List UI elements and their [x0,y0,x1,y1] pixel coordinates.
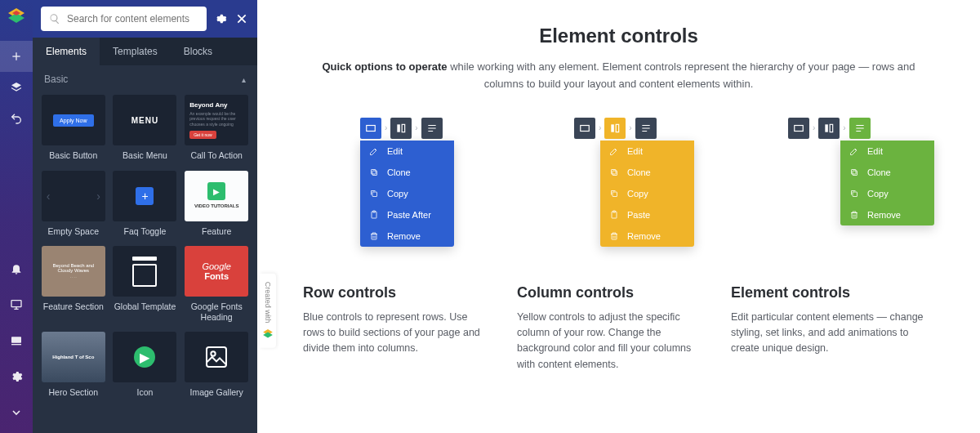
menu-item-edit[interactable]: Edit [840,141,934,162]
menu-item-remove[interactable]: Remove [360,225,454,247]
search-input-wrap[interactable] [41,7,207,31]
element-card[interactable]: +Faq Toggle [113,171,178,237]
search-input[interactable] [60,13,198,25]
element-card[interactable]: GoogleFontsGoogle Fonts Heading [184,246,249,322]
crumb-col[interactable] [390,118,412,139]
card-thumb: ‹› [42,171,105,221]
svg-rect-3 [11,301,21,307]
rail-add[interactable] [0,41,33,72]
rail-chevron-down[interactable] [0,397,33,428]
panel-topbar [33,0,257,38]
context-menu: EditCloneCopyPaste AfterRemove [360,141,454,247]
tab-templates[interactable]: Templates [100,38,171,65]
card-label: Icon [137,387,154,398]
card-thumb [113,246,176,297]
columns: ››EditCloneCopyPaste AfterRemoveRow cont… [303,118,934,373]
category-basic[interactable]: Basic ▴ [33,65,257,90]
element-card[interactable]: MENUBasic Menu [113,95,178,161]
elements-grid: Apply NowBasic ButtonMENUBasic MenuBeyon… [33,90,257,406]
menu-item-clone[interactable]: Clone [840,162,934,183]
rail-undo[interactable] [0,103,33,134]
crumb-row[interactable] [788,118,809,139]
created-with-tab[interactable]: Created with [260,274,276,348]
svg-rect-30 [853,192,858,197]
card-label: Feature [202,226,231,237]
rail-bell[interactable] [0,253,33,284]
svg-rect-28 [853,171,858,176]
control-demo: ››EditCloneCopyPaste AfterRemove [360,118,484,257]
card-label: Empty Space [48,226,99,237]
element-card[interactable]: ‹›Empty Space [41,171,106,237]
menu-item-remove[interactable]: Remove [600,225,694,247]
svg-rect-25 [795,125,804,131]
crumb-col[interactable] [604,118,626,139]
svg-rect-26 [826,124,829,132]
element-card[interactable]: ▶Icon [113,332,178,398]
element-card[interactable]: Beyond AnyAn example would be the previo… [184,95,249,161]
elements-panel: Elements Templates Blocks Basic ▴ Apply … [33,0,257,433]
rail-desktop[interactable] [0,289,33,320]
chevron-right-icon: › [813,123,815,132]
rail-gear[interactable] [0,361,33,392]
element-card[interactable]: Apply NowBasic Button [41,95,106,161]
app-logo-mini [262,328,274,339]
card-label: Hero Section [48,387,98,398]
card-thumb [185,332,248,382]
category-label: Basic [44,74,68,85]
menu-item-clone[interactable]: Clone [360,162,454,183]
card-label: Image Gallery [189,387,243,398]
app-logo [7,7,26,26]
crumb-el[interactable] [849,118,871,139]
menu-item-copy[interactable]: Copy [360,183,454,204]
svg-point-6 [211,352,215,356]
control-demo: ››EditCloneCopyRemove [788,118,934,257]
rail-present[interactable] [0,325,33,356]
crumb-row[interactable] [574,118,595,139]
chevron-right-icon: › [599,123,601,132]
control-column: ››EditCloneCopyPasteRemoveColumn control… [517,118,698,373]
svg-rect-11 [372,169,376,174]
menu-item-paste[interactable]: Paste [600,204,694,225]
crumb-el[interactable] [421,118,443,139]
close-icon[interactable] [234,11,249,26]
tab-elements[interactable]: Elements [33,38,100,65]
card-thumb: Beyond AnyAn example would be the previo… [185,95,248,145]
element-card[interactable]: Global Template [113,246,178,322]
svg-rect-29 [852,169,857,174]
menu-item-copy[interactable]: Copy [600,183,694,204]
menu-item-clone[interactable]: Clone [600,162,694,183]
crumb-el[interactable] [635,118,657,139]
element-card[interactable]: Image Gallery [184,332,249,398]
column-heading: Row controls [303,284,484,301]
card-label: Google Fonts Heading [184,301,249,322]
card-label: Basic Menu [122,150,167,161]
svg-rect-21 [612,192,617,197]
svg-rect-5 [207,347,226,367]
control-demo: ››EditCloneCopyPasteRemove [574,118,698,257]
svg-rect-31 [852,212,857,218]
menu-item-remove[interactable]: Remove [840,204,934,225]
menu-item-paste-after[interactable]: Paste After [360,204,454,225]
element-card[interactable]: ▶VIDEO TUTORIALSFeature [184,171,249,237]
column-heading: Column controls [517,284,698,301]
card-thumb: GoogleFonts [185,246,248,297]
element-card[interactable]: Beyond Beach and Cloudy Waves· · · ·Feat… [41,246,106,322]
card-thumb: + [113,171,176,221]
crumb-row[interactable] [360,118,381,139]
menu-item-copy[interactable]: Copy [840,183,934,204]
context-menu: EditCloneCopyRemove [840,141,934,225]
card-thumb: Beyond Beach and Cloudy Waves· · · · [42,246,105,297]
rail-layers[interactable] [0,72,33,103]
column-desc: Edit particular content elements — chang… [731,310,934,357]
crumb-col[interactable] [818,118,840,139]
svg-rect-20 [612,169,617,174]
svg-rect-12 [372,192,377,197]
control-column: ››EditCloneCopyPaste AfterRemoveRow cont… [303,118,484,373]
card-label: Faq Toggle [124,226,167,237]
tab-blocks[interactable]: Blocks [171,38,225,65]
element-card[interactable]: Highland T of ScoHero Section [41,332,106,398]
settings-icon[interactable] [213,11,228,26]
svg-rect-10 [372,171,377,176]
menu-item-edit[interactable]: Edit [600,141,694,162]
menu-item-edit[interactable]: Edit [360,141,454,162]
